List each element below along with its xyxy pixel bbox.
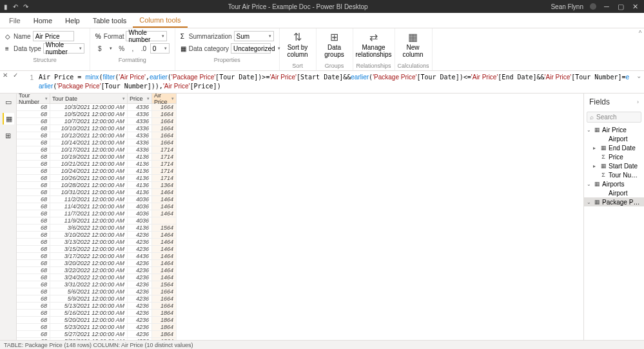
cell[interactable]: 1664 — [152, 288, 177, 295]
cell[interactable]: 68 — [17, 111, 50, 118]
cell[interactable]: 68 — [17, 161, 50, 168]
cell[interactable]: 1664 — [152, 104, 177, 111]
cell[interactable]: 3/20/2022 12:00:00 AM — [50, 260, 128, 267]
cell[interactable]: 68 — [17, 118, 50, 125]
column-header[interactable]: Air Price▾ — [152, 94, 177, 104]
cell[interactable]: 10/21/2021 12:00:00 AM — [50, 161, 128, 168]
column-header[interactable]: Price▾ — [128, 94, 152, 104]
cell[interactable]: 68 — [17, 295, 50, 303]
cell[interactable]: 68 — [17, 274, 50, 281]
cell[interactable]: 1464 — [152, 232, 177, 239]
fields-field[interactable]: ΣTour Number — [584, 170, 644, 179]
model-view-button[interactable]: ⊞ — [3, 130, 14, 141]
cell[interactable]: 11/4/2021 12:00:00 AM — [50, 203, 128, 210]
cell[interactable]: 68 — [17, 210, 50, 217]
cell[interactable]: 68 — [17, 189, 50, 196]
cell[interactable]: 1564 — [152, 281, 177, 288]
cell[interactable]: 4436 — [128, 253, 152, 260]
cell[interactable]: 4336 — [128, 118, 152, 125]
cell[interactable]: 4236 — [128, 274, 152, 281]
datatype-select[interactable]: Whole number▾ — [43, 43, 84, 54]
cell[interactable]: 1464 — [152, 239, 177, 246]
cell[interactable]: 4236 — [128, 246, 152, 253]
redo-icon[interactable]: ↷ — [23, 3, 28, 10]
tab-table-tools[interactable]: Table tools — [86, 13, 133, 28]
cell[interactable]: 68 — [17, 104, 50, 111]
cell[interactable]: 1464 — [152, 267, 177, 274]
cell[interactable]: 68 — [17, 260, 50, 267]
cell[interactable]: 1714 — [152, 161, 177, 168]
percent-button[interactable]: % — [117, 44, 126, 53]
cell[interactable]: 1664 — [152, 118, 177, 125]
cell[interactable]: 68 — [17, 125, 50, 132]
cell[interactable]: 1714 — [152, 154, 177, 161]
cell[interactable]: 10/12/2021 12:00:00 AM — [50, 132, 128, 139]
cell[interactable]: 4236 — [128, 324, 152, 331]
cell[interactable]: 1864 — [152, 317, 177, 324]
data-groups-button[interactable]: ⊞ Data groups — [319, 30, 350, 59]
cell[interactable]: 3/22/2022 12:00:00 AM — [50, 267, 128, 274]
data-view-button[interactable]: ▦ — [3, 113, 14, 125]
cell[interactable]: 68 — [17, 182, 50, 189]
cell[interactable]: 1464 — [152, 260, 177, 267]
cell[interactable]: 10/26/2021 12:00:00 AM — [50, 175, 128, 182]
cell[interactable]: 11/2/2021 12:00:00 AM — [50, 196, 128, 203]
fields-field[interactable]: Airport — [584, 188, 644, 197]
cell[interactable]: 11/9/2021 12:00:00 AM — [50, 217, 128, 224]
cell[interactable]: 1464 — [152, 274, 177, 281]
cell[interactable]: 10/3/2021 12:00:00 AM — [50, 104, 128, 111]
fields-field[interactable]: ▸▦End Date — [584, 143, 644, 152]
cell[interactable]: 68 — [17, 224, 50, 232]
cell[interactable]: 4236 — [128, 331, 152, 338]
cell[interactable]: 4236 — [128, 281, 152, 288]
cell[interactable]: 68 — [17, 203, 50, 210]
cell[interactable]: 5/13/2021 12:00:00 AM — [50, 303, 128, 310]
cell[interactable]: 4136 — [128, 168, 152, 175]
cell[interactable]: 1464 — [152, 246, 177, 253]
manage-relationships-button[interactable]: ⇄ Manage relationships — [356, 30, 392, 59]
fields-field[interactable]: Airport — [584, 134, 644, 143]
tab-home[interactable]: Home — [27, 13, 59, 28]
column-header[interactable]: Tour Number▾ — [17, 94, 50, 104]
undo-icon[interactable]: ↶ — [13, 3, 18, 10]
cell[interactable]: 10/14/2021 12:00:00 AM — [50, 139, 128, 146]
cell[interactable]: 3/31/2022 12:00:00 AM — [50, 281, 128, 288]
cell[interactable]: 10/7/2021 12:00:00 AM — [50, 118, 128, 125]
cell[interactable]: 1564 — [152, 224, 177, 232]
fields-field[interactable]: ▸▦Start Date — [584, 161, 644, 170]
cell[interactable]: 4236 — [128, 310, 152, 317]
cell[interactable]: 68 — [17, 168, 50, 175]
cell[interactable]: 4336 — [128, 132, 152, 139]
fields-search[interactable]: ⌕ Search — [587, 112, 641, 123]
cell[interactable]: 10/31/2021 12:00:00 AM — [50, 189, 128, 196]
cell[interactable]: 10/19/2021 12:00:00 AM — [50, 154, 128, 161]
cell[interactable]: 68 — [17, 232, 50, 239]
cell[interactable]: 4336 — [128, 146, 152, 154]
cell[interactable]: 10/10/2021 12:00:00 AM — [50, 125, 128, 132]
cell[interactable]: 68 — [17, 288, 50, 295]
avatar[interactable] — [590, 3, 596, 10]
cell[interactable]: 3/17/2022 12:00:00 AM — [50, 253, 128, 260]
cell[interactable]: 4136 — [128, 154, 152, 161]
fields-collapse-icon[interactable]: › — [637, 99, 639, 105]
cell[interactable]: 68 — [17, 175, 50, 182]
cell[interactable]: 3/13/2022 12:00:00 AM — [50, 239, 128, 246]
cell[interactable]: 4236 — [128, 260, 152, 267]
cell[interactable]: 1864 — [152, 331, 177, 338]
cell[interactable]: 68 — [17, 139, 50, 146]
cell[interactable]: 1664 — [152, 132, 177, 139]
maximize-button[interactable]: ▢ — [617, 3, 625, 10]
cell[interactable]: 3/10/2022 12:00:00 AM — [50, 232, 128, 239]
cell[interactable]: 68 — [17, 239, 50, 246]
tab-help[interactable]: Help — [59, 13, 86, 28]
cell[interactable]: 68 — [17, 196, 50, 203]
cell[interactable]: 4236 — [128, 317, 152, 324]
cell[interactable]: 68 — [17, 303, 50, 310]
cell[interactable]: 3/15/2022 12:00:00 AM — [50, 246, 128, 253]
cell[interactable]: 4036 — [128, 217, 152, 224]
cell[interactable]: 68 — [17, 253, 50, 260]
cell[interactable]: 1664 — [152, 111, 177, 118]
cell[interactable]: 68 — [17, 324, 50, 331]
cell[interactable]: 3/6/2022 12:00:00 AM — [50, 224, 128, 232]
cell[interactable]: 4236 — [128, 288, 152, 295]
